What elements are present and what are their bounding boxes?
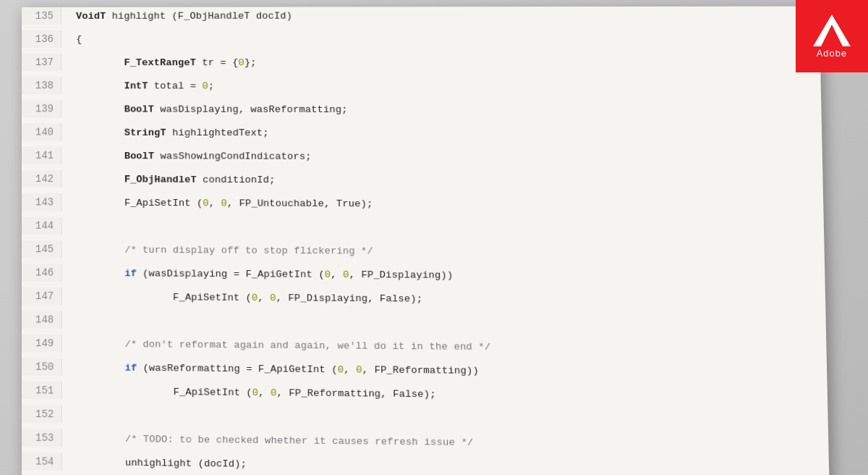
code-content: /* don't reformat again and again, we'll… <box>62 335 497 356</box>
code-row: 140 StringT highlightedText; <box>22 123 822 148</box>
line-number: 145 <box>22 240 61 258</box>
code-content: F_TextRangeT tr = {0}; <box>61 54 263 71</box>
code-row: 135 VoidT highlight (F_ObjHandleT docId) <box>22 7 820 30</box>
code-row: 138 IntT total = 0; <box>22 77 821 101</box>
code-content: F_ObjHandleT conditionId; <box>61 171 281 188</box>
code-content: /* TODO: to be checked whether it causes… <box>62 430 480 452</box>
code-panel: 135 VoidT highlight (F_ObjHandleT docId)… <box>22 7 830 475</box>
line-number: 144 <box>22 217 61 235</box>
code-content: if (wasDisplaying = F_ApiGetInt (0, 0, F… <box>61 265 459 285</box>
line-number: 147 <box>22 287 61 306</box>
line-number: 150 <box>22 358 62 376</box>
line-number: 143 <box>22 193 61 211</box>
code-row: 139 BoolT wasDisplaying, wasReformatting… <box>22 100 822 125</box>
line-number: 137 <box>22 54 61 71</box>
code-content <box>61 317 82 323</box>
line-number: 148 <box>22 311 61 329</box>
code-row: 143 F_ApiSetInt (0, 0, FP_Untouchable, T… <box>22 193 824 220</box>
code-content: VoidT highlight (F_ObjHandleT docId) <box>61 8 298 25</box>
code-content: IntT total = 0; <box>61 77 220 94</box>
adobe-brand-name: Adobe <box>817 48 848 59</box>
line-number: 151 <box>22 382 62 400</box>
line-number: 138 <box>22 77 61 94</box>
line-number: 153 <box>22 429 62 447</box>
line-number: 141 <box>22 147 61 164</box>
code-content <box>61 223 82 229</box>
code-content: F_ApiSetInt (0, 0, FP_Reformatting, Fals… <box>62 382 443 403</box>
code-content: /* turn display off to stop flickering *… <box>61 241 379 260</box>
line-number: 154 <box>22 453 62 471</box>
line-number: 142 <box>22 170 61 188</box>
code-content <box>62 411 82 417</box>
page-container: 135 VoidT highlight (F_ObjHandleT docId)… <box>0 0 868 475</box>
line-number: 152 <box>22 405 62 423</box>
adobe-logo-icon <box>813 14 851 46</box>
adobe-badge: Adobe <box>796 0 868 72</box>
code-content: BoolT wasShowingCondIndicators; <box>61 148 318 165</box>
line-number: 149 <box>22 335 62 353</box>
line-number: 136 <box>22 30 61 48</box>
code-content: unhighlight (docId); <box>62 453 253 473</box>
code-content: if (wasReformatting = F_ApiGetInt (0, 0,… <box>62 359 485 380</box>
code-content: F_ApiSetInt (0, 0, FP_Untouchable, True)… <box>61 194 378 212</box>
line-number: 146 <box>22 264 61 282</box>
code-content: { <box>61 31 88 48</box>
code-row: 136 { <box>22 30 820 54</box>
line-number: 140 <box>22 123 61 140</box>
code-content: BoolT wasDisplaying, wasReformatting; <box>61 101 354 118</box>
code-content: StringT highlightedText; <box>61 125 275 142</box>
svg-marker-1 <box>825 33 838 46</box>
code-content: F_ApiSetInt (0, 0, FP_Displaying, False)… <box>61 288 428 308</box>
line-number: 139 <box>22 100 61 117</box>
code-row: 142 F_ObjHandleT conditionId; <box>22 170 823 196</box>
line-number: 135 <box>22 7 61 25</box>
code-row: 141 BoolT wasShowingCondIndicators; <box>22 147 822 173</box>
code-row: 137 F_TextRangeT tr = {0}; <box>22 54 821 77</box>
